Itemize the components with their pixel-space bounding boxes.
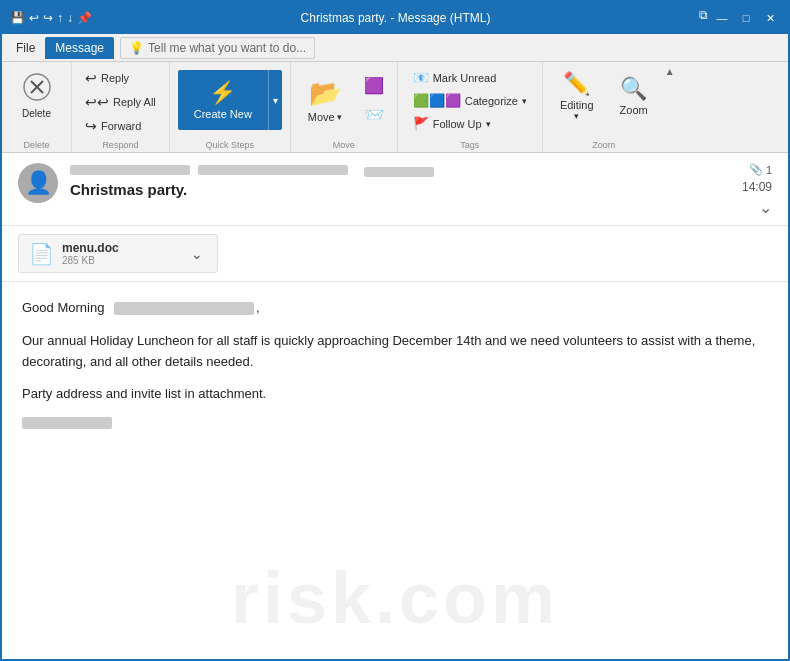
attachment-name: menu.doc [62,241,179,255]
redo-icon[interactable]: ↪ [43,11,53,25]
watermark-text: risk.com [231,557,559,639]
forward-label: Forward [101,120,141,132]
attachment-badge: 📎 1 [749,163,772,176]
forward-icon: ↪ [85,118,97,134]
up-icon[interactable]: ↑ [57,11,63,25]
delete-button[interactable]: Delete [12,66,62,126]
mark-unread-label: Mark Unread [433,72,497,84]
tags-section-label: Tags [398,140,542,150]
to-label-blurred [364,167,434,177]
categorize-button[interactable]: 🟩🟦🟪 Categorize ▾ [406,89,534,112]
move-section-label: Move [291,140,397,150]
create-new-group: ⚡ Create New ▾ [178,70,282,130]
move-icon2-button[interactable]: 🟪 [357,72,391,99]
paperclip-icon: 📎 [749,163,763,176]
follow-up-flag-icon: 🚩 [413,116,429,131]
move-label: Move [308,111,335,123]
attachment-menu-icon[interactable]: ⌄ [187,246,207,262]
dropdown-chevron-icon: ▾ [273,95,278,106]
avatar-person-icon: 👤 [25,170,52,196]
greeting-name-blurred [114,302,254,315]
move-section: 📂 Move ▾ 🟪 📨 Move [291,62,398,152]
quick-steps-section: ⚡ Create New ▾ Quick Steps [170,62,291,152]
respond-buttons: ↩ Reply ↩↩ Reply All ↪ Forward [78,66,163,126]
attachment-item[interactable]: 📄 menu.doc 285 KB ⌄ [18,234,218,273]
respond-section: ↩ Reply ↩↩ Reply All ↪ Forward Respond [72,62,170,152]
reply-all-button[interactable]: ↩↩ Reply All [78,90,163,114]
mark-unread-button[interactable]: 📧 Mark Unread [406,66,534,89]
title-bar-left: 💾 ↩ ↪ ↑ ↓ 📌 [10,11,92,25]
tags-buttons: 📧 Mark Unread 🟩🟦🟪 Categorize ▾ 🚩 Follow … [406,66,534,126]
undo-icon[interactable]: ↩ [29,11,39,25]
down-icon[interactable]: ↓ [67,11,73,25]
mark-unread-icon: 📧 [413,70,429,85]
categorize-label: Categorize [465,95,518,107]
attachment-size: 285 KB [62,255,179,266]
delete-label: Delete [22,108,51,120]
editing-label: Editing [560,99,594,111]
sender-name-blurred [70,165,190,175]
attachment-info: menu.doc 285 KB [62,241,179,266]
delete-section: Delete Delete [2,62,72,152]
tags-section: 📧 Mark Unread 🟩🟦🟪 Categorize ▾ 🚩 Follow … [398,62,543,152]
menu-bar: File Message 💡 Tell me what you want to … [2,34,788,62]
tell-me-input[interactable]: 💡 Tell me what you want to do... [120,37,315,59]
zoom-section: ✏️ Editing ▾ 🔍 Zoom Zoom [543,62,665,152]
lightbulb-icon: 💡 [129,41,144,55]
window-controls: ⧉ — □ ✕ [699,8,780,28]
email-header: 👤 Christmas party. 📎 1 14:09 [2,153,788,226]
minimize-button[interactable]: — [712,8,732,28]
reply-icon: ↩ [85,70,97,86]
move-folder-icon: 📂 [309,78,341,109]
expand-email-icon[interactable]: ⌄ [759,198,772,217]
reply-all-label: Reply All [113,96,156,108]
email-meta-right: 📎 1 14:09 ⌄ [742,163,772,217]
quick-steps-label: Quick Steps [170,140,290,150]
reply-button[interactable]: ↩ Reply [78,66,163,90]
follow-up-button[interactable]: 🚩 Follow Up ▾ [406,112,534,135]
attachment-area: 📄 menu.doc 285 KB ⌄ [2,226,788,282]
greeting-paragraph: Good Morning , [22,298,768,319]
pin-icon[interactable]: 📌 [77,11,92,25]
zoom-section-label: Zoom [543,140,665,150]
editing-button[interactable]: ✏️ Editing ▾ [549,66,605,126]
create-new-dropdown-button[interactable]: ▾ [268,70,282,130]
tell-me-label: Tell me what you want to do... [148,41,306,55]
sender-avatar: 👤 [18,163,58,203]
delete-icon [23,73,51,106]
editing-icon: ✏️ [563,71,590,97]
follow-up-label: Follow Up [433,118,482,130]
signature-blurred [22,417,112,429]
editing-dropdown-icon: ▾ [574,111,579,121]
save-icon[interactable]: 💾 [10,11,25,25]
sender-email-blurred [198,165,348,175]
move-small-icons: 🟪 📨 [357,70,391,130]
restore-icon[interactable]: ⧉ [699,8,708,28]
move-dropdown-icon: ▾ [337,112,342,122]
categorize-icon: 🟩🟦🟪 [413,93,461,108]
move-button[interactable]: 📂 Move ▾ [297,70,353,130]
attachment-count: 1 [766,164,772,176]
reply-label: Reply [101,72,129,84]
menu-message[interactable]: Message [45,37,114,59]
follow-up-dropdown-icon: ▾ [486,119,491,129]
body-paragraph-2: Party address and invite list in attachm… [22,384,768,405]
zoom-icon: 🔍 [620,76,647,102]
greeting-prefix: Good Morning [22,300,104,315]
create-new-label: Create New [194,108,252,120]
email-subject: Christmas party. [70,181,730,198]
ribbon: Delete Delete ↩ Reply ↩↩ Reply All ↪ For… [2,62,788,153]
zoom-button[interactable]: 🔍 Zoom [609,66,659,126]
ribbon-expand: ▲ [665,62,679,152]
delete-section-label: Delete [2,140,71,150]
reply-all-icon: ↩↩ [85,94,109,110]
close-button[interactable]: ✕ [760,8,780,28]
body-paragraph-1: Our annual Holiday Luncheon for all staf… [22,331,768,373]
menu-file[interactable]: File [6,37,45,59]
forward-button[interactable]: ↪ Forward [78,114,163,138]
move-icon3-button[interactable]: 📨 [357,101,391,128]
email-body: Good Morning , Our annual Holiday Lunche… [2,282,788,659]
maximize-button[interactable]: □ [736,8,756,28]
ribbon-expand-icon[interactable]: ▲ [665,66,675,77]
create-new-button[interactable]: ⚡ Create New [178,70,268,130]
